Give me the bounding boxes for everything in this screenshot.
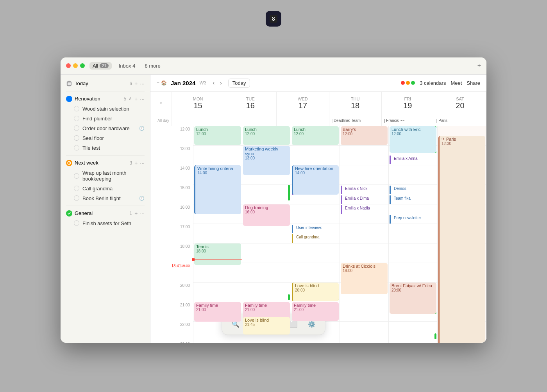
item-checkbox[interactable]: [74, 145, 79, 150]
next-week-more[interactable]: ···: [140, 160, 145, 166]
tab-all[interactable]: All 21: [89, 62, 112, 70]
meet-button[interactable]: Meet: [450, 80, 462, 86]
general-add[interactable]: +: [134, 210, 138, 217]
renovation-add[interactable]: +: [134, 96, 138, 102]
event-wed-call-grandma[interactable]: Call grandma: [292, 234, 339, 243]
grid-columns: Lunch 12:00 Write hiring criteria 14:00: [193, 126, 486, 343]
item-checkbox[interactable]: [74, 195, 79, 201]
item-checkbox[interactable]: [74, 116, 79, 121]
today-button[interactable]: Today: [228, 79, 250, 88]
list-item[interactable]: Book Berlin flight 🕐: [61, 193, 150, 203]
event-tue-lunch[interactable]: Lunch 12:00: [243, 126, 290, 145]
main-content: Today 6 + ··· Renovation 5 ∧ +: [61, 75, 486, 343]
cal-dot-1: [401, 81, 405, 85]
event-fri-prep[interactable]: Prep newsletter: [390, 215, 436, 224]
calendar-header: + 🏠 Jan 2024 W3 ‹ › Today 3 calendars: [150, 75, 486, 92]
general-more[interactable]: ···: [140, 210, 145, 217]
event-wed-orientation[interactable]: New hire orientation 14:00: [292, 165, 339, 195]
day-column-thu: Barry's 12:00 Emilia x Nick Emilia x Dim…: [340, 126, 389, 343]
next-week-button[interactable]: ›: [218, 79, 224, 87]
tab-inbox[interactable]: Inbox 4: [116, 62, 138, 70]
tab-all-badge: 21: [100, 63, 108, 68]
time-label-1700: 17:00: [172, 224, 193, 243]
add-event-icon[interactable]: +: [157, 80, 159, 86]
sidebar-item-next-week[interactable]: Next week 3 + ···: [61, 158, 150, 168]
today-add[interactable]: +: [134, 81, 138, 87]
event-thu-drinks[interactable]: Drinks at Ciccio's 19:00: [341, 263, 388, 294]
event-wed-lunch[interactable]: Lunch 12:00: [292, 126, 339, 145]
item-checkbox[interactable]: [74, 125, 79, 131]
item-checkbox[interactable]: [74, 106, 79, 111]
renovation-chevron[interactable]: ∧: [129, 96, 132, 102]
day-header-thu: Thu 18: [329, 92, 382, 115]
item-checkbox[interactable]: [74, 173, 79, 179]
event-tue-dog[interactable]: Dog training 16:00: [243, 204, 290, 226]
list-item[interactable]: Call grandma: [61, 184, 150, 193]
list-item[interactable]: Find plumber: [61, 114, 150, 124]
event-wed-love[interactable]: Love is blind 20:00: [292, 283, 339, 301]
calendar-area: + 🏠 Jan 2024 W3 ‹ › Today 3 calendars: [150, 75, 486, 343]
event-wed-family[interactable]: Family time 21:00: [292, 302, 339, 321]
time-label-1800: 18:00: [172, 243, 193, 263]
paris-all-day-event[interactable]: | Paris: [435, 118, 449, 123]
event-fri-team-fika[interactable]: Team fika: [390, 195, 436, 204]
item-checkbox[interactable]: [74, 220, 79, 226]
time-grid-wrapper[interactable]: 12:00 13:00 14:00 15:00 16:00 17:00 18:0…: [172, 126, 486, 343]
event-wed-user-interview[interactable]: User interview:: [292, 225, 339, 233]
event-tue-love[interactable]: Love is blind 21:45: [243, 317, 290, 335]
sidebar-section-general: General 1 + ··· Finish assets for Seth: [61, 208, 150, 229]
general-label: General: [75, 210, 127, 216]
svg-rect-2: [67, 82, 71, 86]
event-fri-brent[interactable]: Brent Faiyaz w/ Erica 20:00: [390, 283, 436, 314]
calendars-label[interactable]: 3 calendars: [420, 80, 446, 86]
prev-week-button[interactable]: ‹: [210, 79, 217, 87]
today-more[interactable]: ···: [140, 81, 145, 87]
event-fri-emilia-anna[interactable]: Emilia x Anna: [390, 156, 436, 164]
calendar-grid: × All day Mon 15 Tue 16: [150, 92, 486, 343]
event-tue-marketing[interactable]: Marketing weekly sync 13:00: [243, 146, 290, 175]
list-item[interactable]: Finish assets for Seth: [61, 218, 150, 228]
event-thu-barrys[interactable]: Barry's 12:00: [341, 126, 388, 145]
share-button[interactable]: Share: [467, 80, 480, 86]
event-thu-emilia-nadia[interactable]: Emilia x Nadia: [341, 205, 388, 214]
event-fri-demos[interactable]: Demos: [390, 186, 436, 194]
sidebar-item-general[interactable]: General 1 + ···: [61, 208, 150, 218]
list-item[interactable]: Wood stain selection: [61, 104, 150, 114]
time-label-2000: 20:00: [172, 283, 193, 302]
list-item[interactable]: Seal floor: [61, 133, 150, 143]
sidebar-item-renovation[interactable]: Renovation 5 ∧ + ···: [61, 94, 150, 104]
time-labels: 12:00 13:00 14:00 15:00 16:00 17:00 18:0…: [172, 126, 193, 343]
home-icon[interactable]: 🏠: [161, 80, 167, 86]
svg-point-5: [69, 162, 70, 163]
next-week-add[interactable]: +: [134, 160, 138, 166]
event-thu-emilia-dima[interactable]: Emilia x Dima: [341, 195, 388, 204]
day-header-sat: Sat 20: [434, 92, 486, 115]
renovation-more[interactable]: ···: [140, 96, 145, 102]
list-item[interactable]: Order door hardware 🕐: [61, 124, 150, 133]
event-mon-tennis[interactable]: Tennis 18:00: [194, 243, 241, 265]
maximize-button[interactable]: [80, 63, 85, 68]
event-sat-paris[interactable]: ✈ Paris 12:30: [438, 136, 485, 343]
item-checkbox[interactable]: [74, 135, 79, 141]
event-mon-hiring[interactable]: Write hiring criteria 14:00: [194, 165, 241, 214]
titlebar-add-button[interactable]: +: [477, 62, 481, 69]
francis-event[interactable]: | Francis ~~: [383, 118, 406, 123]
item-checkbox[interactable]: [74, 186, 79, 191]
list-item[interactable]: Wrap up last month bookkeeping: [61, 168, 150, 184]
deadline-event[interactable]: | Deadline: Team: [330, 118, 363, 123]
renovation-count: 5: [123, 96, 126, 102]
event-thu-emilia-nick[interactable]: Emilia x Nick: [341, 186, 388, 194]
renovation-icon: [66, 96, 72, 102]
close-button[interactable]: [66, 63, 71, 68]
event-fri-lunch-eric[interactable]: Lunch with Eric 12:00: [390, 126, 436, 153]
event-mon-family[interactable]: Family time 21:00: [194, 302, 241, 322]
event-mon-lunch[interactable]: Lunch 12:00: [194, 126, 241, 145]
all-day-tue: [224, 115, 277, 126]
minimize-button[interactable]: [73, 63, 78, 68]
list-item[interactable]: Tile test: [61, 143, 150, 153]
next-week-actions: + ···: [134, 160, 145, 166]
item-label: Book Berlin flight: [82, 195, 136, 201]
green-marker-tue-2: [288, 294, 290, 300]
tab-more[interactable]: 8 more: [142, 62, 163, 70]
sidebar-item-today[interactable]: Today 6 + ···: [61, 79, 150, 89]
